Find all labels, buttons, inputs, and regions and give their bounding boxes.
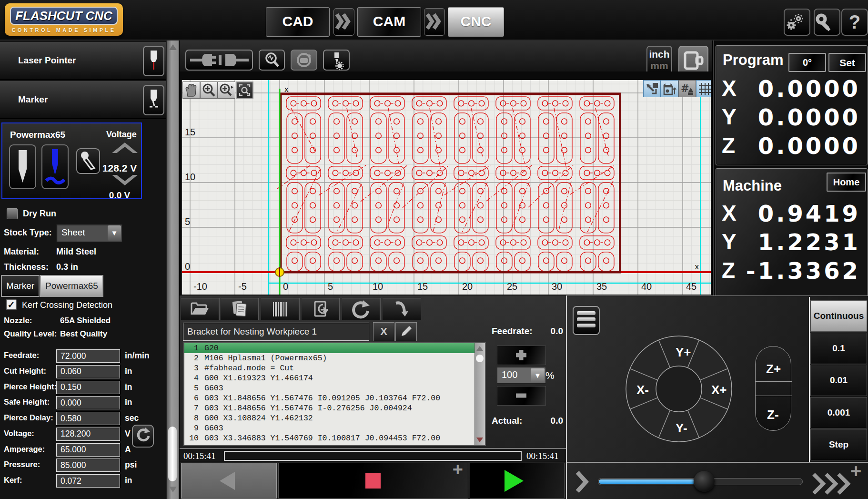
param-input[interactable] [56,396,120,409]
progress-bar[interactable] [224,451,522,461]
jog-z-minus-button[interactable]: Z- [767,407,779,422]
gcode-line[interactable]: 5G603 [184,383,485,393]
reset-button[interactable] [291,50,317,71]
slider-increase-chevrons[interactable] [810,471,853,496]
param-input[interactable] [56,381,120,394]
show-gcode-numbers-button[interactable]: # [678,80,696,97]
stop-button[interactable]: + [278,463,468,499]
help-button[interactable]: ? [841,9,868,36]
jog-speed-0.1[interactable]: 0.1 [810,333,867,364]
rotation-button[interactable]: 0° [788,53,826,72]
scroll-up-arrow[interactable] [169,44,177,50]
gcode-line[interactable]: 10G03 X3.346883 Y1.540769 I0.100817 J0.0… [184,433,485,443]
param-input[interactable] [56,412,120,425]
toolpath-canvas[interactable]: xx-10-5051015202530354045051015 [181,80,711,295]
gcode-line[interactable]: 8G00 X3.108824 Y1.462132 [184,413,485,423]
param-input[interactable] [56,349,120,363]
gcode-listing[interactable]: 1G202M106 Hplasma1 (Powermax65)3#fabhead… [183,342,486,446]
voltage-up-button[interactable] [110,141,140,155]
gcode-line[interactable]: 4G00 X1.619323 Y1.466174 [184,373,485,383]
clear-file-button[interactable]: X [373,322,394,341]
tab-marker[interactable]: Marker [1,275,40,297]
gcode-line[interactable]: 7G03 X1.848656 Y1.567476 I-0.276256 J0.0… [184,403,485,413]
license-button[interactable] [814,9,840,36]
barcode-button[interactable] [261,298,300,320]
gcode-filename-input[interactable] [183,323,369,341]
program-zoom-button[interactable] [259,50,285,71]
scroll-down-arrow[interactable] [169,487,177,492]
sidebar-scrollbar[interactable] [166,41,179,499]
marker-button[interactable] [143,85,164,115]
cam-to-cnc-chevron[interactable] [424,8,445,36]
tab-powermax[interactable]: Powermax65 [40,275,103,297]
gcode-line[interactable]: 1G20 [184,343,485,353]
open-file-button[interactable] [181,298,220,320]
refresh-gcode-button[interactable] [342,298,381,320]
jog-z-plus-button[interactable]: Z+ [766,362,781,377]
jog-y-plus-label[interactable]: Y+ [676,345,691,360]
kerf-detection-checkbox[interactable]: ✓ [6,299,17,310]
rewind-button[interactable] [181,463,277,499]
torch-settings-button[interactable] [323,50,350,71]
jog-speed-0.01[interactable]: 0.01 [810,365,867,396]
scrollbar-thumb[interactable] [168,427,177,481]
fit-view-button[interactable] [643,80,661,97]
home-button[interactable]: Home [827,173,866,192]
jog-speed-step[interactable]: Step [810,429,867,460]
param-input[interactable] [56,474,120,488]
feed-override-minus-button[interactable] [497,386,546,406]
cad-to-cam-chevron[interactable] [333,8,354,36]
jog-speed-slider-thumb[interactable] [694,471,715,492]
workpiece-size-button[interactable] [661,80,678,97]
slider-decrease-chevron[interactable] [574,469,590,494]
copy-button[interactable] [221,298,259,320]
play-button[interactable] [470,463,565,499]
zoom-in-tool-button[interactable] [200,81,218,99]
param-input[interactable] [56,365,120,378]
gcode-line[interactable]: 3#fabhead.mode = Cut [184,363,485,373]
jog-speed-0.001[interactable]: 0.001 [810,397,867,428]
dry-run-checkbox[interactable] [7,208,18,219]
step-arrow-button[interactable] [383,298,421,320]
pan-tool-button[interactable] [182,81,200,99]
torch-mark-button[interactable] [41,144,69,189]
unit-toggle-button[interactable]: inch mm [646,46,672,75]
gcode-scrollbar[interactable] [474,343,485,445]
param-input[interactable] [56,458,120,472]
gcode-scroll-thumb[interactable] [476,355,484,362]
jog-menu-button[interactable] [573,306,600,335]
tab-cad[interactable]: CAD [266,7,330,37]
toggle-grid-button[interactable] [696,80,711,97]
gcode-line[interactable]: 6G03 X1.848656 Y1.567476 I0.091205 J0.10… [184,393,485,403]
tab-cam[interactable]: CAM [357,7,421,37]
zoom-extents-tool-button[interactable] [236,81,253,99]
connect-button[interactable] [185,50,253,71]
settings-button[interactable] [784,9,810,36]
increase-speed-plus[interactable]: + [850,460,861,482]
gcode-line[interactable]: 9G603 [184,423,485,433]
jog-speed-continuous[interactable]: Continuous [810,300,867,332]
feed-override-select[interactable]: 100 ▼ [497,367,546,384]
gcode-scroll-down[interactable] [476,438,483,442]
set-position-button[interactable]: Set [828,53,866,72]
stock-type-select[interactable]: Sheet ▼ [56,224,122,242]
tab-cnc[interactable]: CNC [448,7,504,37]
edit-file-button[interactable] [395,322,417,341]
add-marker-icon[interactable]: + [453,459,463,480]
zoom-window-tool-button[interactable] [218,81,235,99]
jog-x-plus-label[interactable]: X+ [711,383,727,397]
gcode-line[interactable]: 2M106 Hplasma1 (Powermax65) [184,353,485,363]
feed-override-plus-button[interactable] [497,346,546,365]
jog-y-minus-label[interactable]: Y- [676,421,687,436]
voltage-down-button[interactable] [110,173,140,187]
param-input[interactable] [56,443,120,457]
export-gcode-button[interactable] [302,298,340,320]
jog-x-minus-label[interactable]: X- [636,383,649,397]
gcode-line[interactable]: 11G03 X3.346883 Y1.540769 I-0.274403 J0.… [184,443,485,446]
voltage-refresh-button[interactable] [132,425,154,448]
machine-orientation-button[interactable] [678,46,708,75]
gcode-scroll-up[interactable] [476,346,483,351]
param-input[interactable] [56,428,120,441]
laser-pointer-button[interactable] [143,46,164,76]
torch-cut-button[interactable] [9,144,36,189]
